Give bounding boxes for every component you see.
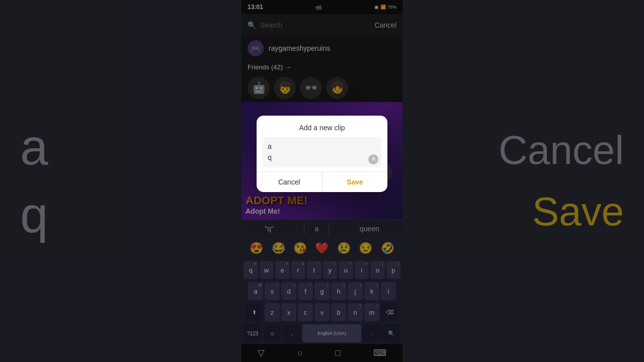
bg-left: a q — [0, 0, 242, 362]
bg-right-cancel: Cancel — [499, 127, 624, 173]
bg-right: Cancel Save — [403, 0, 644, 362]
modal-title: Add a new clip — [257, 116, 387, 137]
bg-left-q: q — [20, 186, 48, 244]
modal-save-button[interactable]: Save — [323, 172, 388, 192]
modal-input-line-1: a — [268, 141, 376, 152]
modal-dialog: Add a new clip a q ✕ Cancel Save — [257, 116, 387, 192]
modal-input-area[interactable]: a q ✕ — [263, 137, 381, 167]
bg-left-a: a — [20, 118, 48, 176]
modal-input-line-2: q — [268, 152, 376, 163]
modal-overlay: Add a new clip a q ✕ Cancel Save — [242, 0, 403, 362]
modal-cancel-button[interactable]: Cancel — [257, 172, 323, 192]
bg-right-save: Save — [532, 189, 624, 235]
phone-frame: 13:01 📹 ▣ 📶 75% 🔍 Cancel 🎮 raygameshyper… — [242, 0, 403, 362]
modal-clear-button[interactable]: ✕ — [368, 154, 378, 164]
modal-buttons: Cancel Save — [257, 171, 387, 192]
